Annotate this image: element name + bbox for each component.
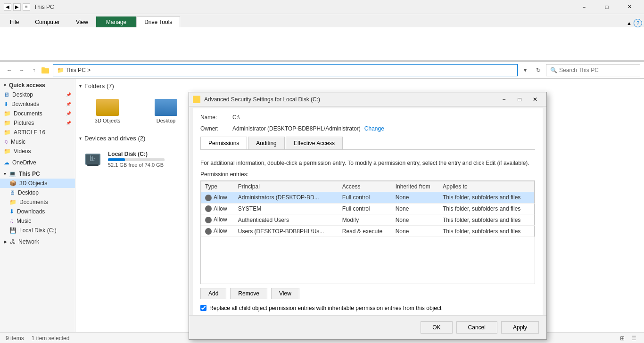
permission-table-container[interactable]: Type Principal Access Inherited from App… — [200, 180, 535, 284]
advanced-security-dialog: Advanced Security Settings for Local Dis… — [189, 92, 547, 340]
cell-principal: Administrators (DESKTOP-BD... — [234, 192, 339, 203]
col-type: Type — [201, 181, 234, 192]
cell-inherited: None — [392, 226, 439, 237]
table-row[interactable]: Allow Users (DESKTOP-BDB8PHL\Us... Read … — [201, 226, 535, 237]
table-row[interactable]: Allow Administrators (DESKTOP-BD... Full… — [201, 192, 535, 203]
col-principal: Principal — [234, 181, 339, 192]
dialog-info-text: For additional information, double-click… — [200, 159, 535, 167]
col-inherited: Inherited from — [392, 181, 439, 192]
cell-type: Allow — [201, 203, 234, 214]
cell-type: Allow — [201, 214, 234, 226]
table-row[interactable]: Allow SYSTEM Full control None This fold… — [201, 203, 535, 214]
tab-permissions[interactable]: Permissions — [200, 137, 247, 149]
cell-inherited: None — [392, 203, 439, 214]
dialog-title-text: Advanced Security Settings for Local Dis… — [204, 96, 493, 103]
replace-checkbox-label: Replace all child object permission entr… — [209, 305, 441, 311]
change-link[interactable]: Change — [364, 125, 384, 132]
ok-button[interactable]: OK — [421, 321, 452, 334]
dialog-tabs: Permissions Auditing Effective Access — [200, 137, 535, 150]
replace-checkbox-row: Replace all child object permission entr… — [200, 305, 535, 311]
dialog-close-button[interactable]: ✕ — [528, 93, 543, 106]
cell-access: Read & execute — [339, 226, 392, 237]
col-applies: Applies to — [439, 181, 535, 192]
remove-button[interactable]: Remove — [230, 288, 267, 299]
dialog-fields: Name: C:\ Owner: Administrator (DESKTOP-… — [193, 108, 543, 315]
cell-access: Full control — [339, 203, 392, 214]
owner-field: Owner: Administrator (DESKTOP-BDB8PHL\Ad… — [200, 125, 535, 132]
permission-table: Type Principal Access Inherited from App… — [201, 181, 535, 237]
cell-access: Full control — [339, 192, 392, 203]
cell-principal: Authenticated Users — [234, 214, 339, 226]
cell-inherited: None — [392, 214, 439, 226]
cell-applies: This folder, subfolders and files — [439, 226, 535, 237]
owner-label: Owner: — [200, 125, 229, 132]
dialog-titlebar: Advanced Security Settings for Local Dis… — [189, 92, 546, 106]
dialog-maximize-button[interactable]: □ — [512, 93, 527, 106]
dialog-title-icon — [193, 96, 200, 103]
svg-rect-9 — [193, 97, 196, 99]
cell-access: Modify — [339, 214, 392, 226]
entries-label: Permission entries: — [200, 171, 535, 178]
cell-type: Allow — [201, 192, 234, 203]
dialog-overlay: Advanced Security Settings for Local Dis… — [0, 0, 644, 343]
tab-effective-access[interactable]: Effective Access — [286, 137, 343, 149]
cancel-button[interactable]: Cancel — [456, 321, 497, 334]
col-access: Access — [339, 181, 392, 192]
replace-checkbox[interactable] — [200, 305, 206, 311]
owner-value: Administrator (DESKTOP-BDB8PHL\Administr… — [232, 125, 361, 132]
cell-applies: This folder, subfolders and files — [439, 192, 535, 203]
cell-type: Allow — [201, 226, 234, 237]
name-value: C:\ — [232, 114, 239, 121]
cell-principal: SYSTEM — [234, 203, 339, 214]
cell-inherited: None — [392, 192, 439, 203]
dialog-action-buttons: Add Remove View — [200, 288, 535, 299]
tab-auditing[interactable]: Auditing — [248, 137, 284, 149]
apply-button[interactable]: Apply — [501, 321, 539, 334]
cell-applies: This folder, subfolders and files — [439, 214, 535, 226]
cell-principal: Users (DESKTOP-BDB8PHL\Us... — [234, 226, 339, 237]
dialog-footer: OK Cancel Apply — [189, 315, 546, 339]
view-button[interactable]: View — [271, 288, 299, 299]
table-row[interactable]: Allow Authenticated Users Modify None Th… — [201, 214, 535, 226]
name-field: Name: C:\ — [200, 114, 535, 121]
dialog-title-controls: − □ ✕ — [496, 93, 543, 106]
add-button[interactable]: Add — [200, 288, 226, 299]
name-label: Name: — [200, 114, 229, 121]
cell-applies: This folder, subfolders and files — [439, 203, 535, 214]
dialog-minimize-button[interactable]: − — [496, 93, 512, 106]
permissions-tab-content: For additional information, double-click… — [200, 150, 535, 315]
